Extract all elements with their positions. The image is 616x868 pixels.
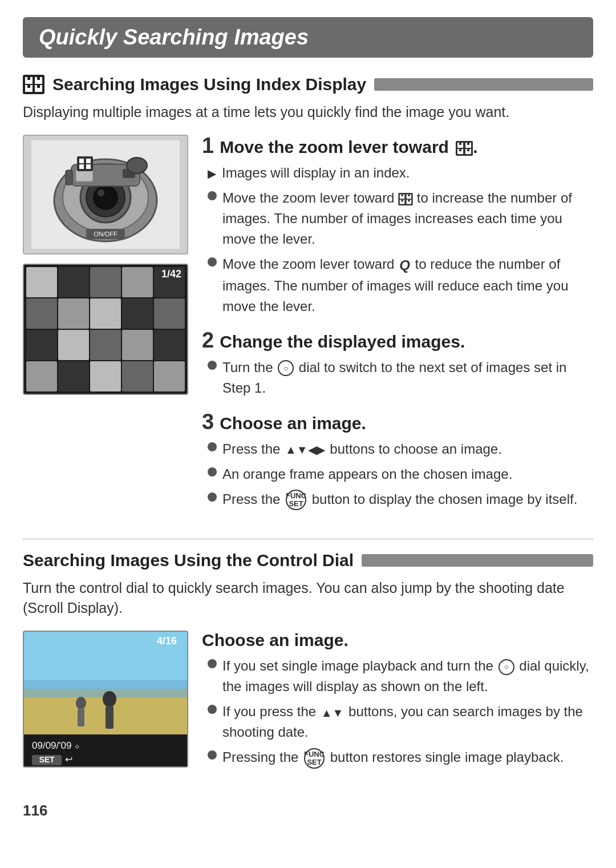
svg-rect-8 xyxy=(37,85,40,88)
svg-rect-45 xyxy=(408,200,410,201)
section2-title: Searching Images Using the Control Dial xyxy=(23,551,354,570)
control-dial-image-col: 4/16 09/09/'09 ⬦ SET ↩ xyxy=(23,631,188,781)
svg-text:ON/OFF: ON/OFF xyxy=(94,231,117,237)
svg-rect-51 xyxy=(106,706,114,729)
svg-rect-33 xyxy=(459,143,461,145)
circle-icon xyxy=(208,492,217,502)
bullet-item: If you set single image playback and tur… xyxy=(202,656,593,697)
section2-bar xyxy=(362,554,593,567)
svg-rect-25 xyxy=(86,159,91,163)
svg-rect-7 xyxy=(27,85,30,88)
index-cell xyxy=(90,298,121,329)
circle-icon xyxy=(208,467,217,477)
circle-icon xyxy=(208,750,217,760)
bullet-text: Press the ▲▼◀▶ buttons to choose an imag… xyxy=(222,439,502,459)
title-bar: Quickly Searching Images xyxy=(23,17,593,58)
page-number: 116 xyxy=(23,802,47,819)
circle-icon xyxy=(208,705,217,714)
section2-step1-bullets: If you set single image playback and tur… xyxy=(202,656,593,769)
section2-step1-header: Choose an image. xyxy=(202,631,593,650)
index-cell xyxy=(154,330,185,360)
index-cell xyxy=(90,267,121,297)
index-display-image: 1/42 xyxy=(23,264,188,395)
dpad-icon: ▲▼◀▶ xyxy=(285,441,325,458)
bullet-item: Move the zoom lever toward xyxy=(202,188,593,249)
step3-number: 3 xyxy=(202,411,214,433)
svg-point-50 xyxy=(103,691,116,707)
step1-index-icon xyxy=(456,141,473,156)
bullet-text: Turn the ○ dial to switch to the next se… xyxy=(222,357,593,398)
steps-layout: ON/OFF 1/42 xyxy=(23,135,593,523)
section2-step1-block: Choose an image. If you set single image… xyxy=(202,631,593,769)
step1-header: 1 Move the zoom lever toward xyxy=(202,135,593,157)
bullet-item: Turn the ○ dial to switch to the next se… xyxy=(202,357,593,398)
section2-intro: Turn the control dial to quickly search … xyxy=(23,578,593,618)
index-cell xyxy=(26,267,57,297)
index-cell xyxy=(58,298,89,329)
step1-block: 1 Move the zoom lever toward xyxy=(202,135,593,317)
index-cell xyxy=(90,361,121,391)
circle-icon xyxy=(208,361,217,370)
svg-rect-5 xyxy=(27,77,30,80)
svg-rect-24 xyxy=(79,159,84,163)
func-icon: FUNCSET xyxy=(304,748,325,769)
bullet-text: If you set single image playback and tur… xyxy=(222,656,593,697)
step3-title: Choose an image. xyxy=(220,414,366,433)
zoom-icon: Q xyxy=(399,255,410,276)
index-cell xyxy=(122,361,153,391)
svg-rect-36 xyxy=(467,149,469,151)
circle-icon xyxy=(208,257,217,267)
section2-header: Searching Images Using the Control Dial xyxy=(23,551,593,570)
scroll-display-image: 4/16 09/09/'09 ⬦ SET ↩ xyxy=(23,631,188,768)
circle-icon xyxy=(208,191,217,200)
svg-point-19 xyxy=(127,158,147,173)
index-grid xyxy=(24,265,187,394)
page-footer: 116 xyxy=(23,802,593,819)
svg-text:4/16: 4/16 xyxy=(157,635,177,647)
bullet-text: An orange frame appears on the chosen im… xyxy=(222,464,512,485)
index-cell xyxy=(58,267,89,297)
page-title: Quickly Searching Images xyxy=(39,25,577,50)
svg-text:09/09/'09 ⬦: 09/09/'09 ⬦ xyxy=(32,740,80,751)
index-cell xyxy=(26,298,57,329)
steps-image-col: ON/OFF 1/42 xyxy=(23,135,188,523)
bullet-item: If you press the ▲▼ buttons, you can sea… xyxy=(202,701,593,742)
bullet-text: Move the zoom lever toward Q to reduce t… xyxy=(222,254,593,317)
bullet-item: Pressing the FUNCSET button restores sin… xyxy=(202,747,593,769)
section2-step1-title: Choose an image. xyxy=(202,631,348,650)
dial-icon: ○ xyxy=(278,360,294,376)
beach-photo-svg: 4/16 09/09/'09 ⬦ SET ↩ xyxy=(24,632,187,766)
index-cell xyxy=(122,298,153,329)
index-cell xyxy=(58,330,89,360)
svg-point-15 xyxy=(98,189,104,196)
circle-icon xyxy=(208,442,217,451)
svg-rect-43 xyxy=(408,194,410,196)
svg-rect-44 xyxy=(402,200,403,201)
index-section-icon xyxy=(23,75,44,94)
step3-header: 3 Choose an image. xyxy=(202,411,593,433)
section-divider xyxy=(23,539,593,539)
section1-bar xyxy=(374,78,593,91)
index-cell xyxy=(122,330,153,360)
bullet-text: If you press the ▲▼ buttons, you can sea… xyxy=(222,701,593,742)
index-cell xyxy=(26,330,57,360)
svg-rect-22 xyxy=(66,170,72,185)
control-dial-content-col: Choose an image. If you set single image… xyxy=(202,631,593,781)
steps-content-col: 1 Move the zoom lever toward xyxy=(202,135,593,523)
bullet-item: Move the zoom lever toward Q to reduce t… xyxy=(202,254,593,317)
step1-number: 1 xyxy=(202,135,214,156)
svg-text:SET: SET xyxy=(39,755,55,764)
step2-number: 2 xyxy=(202,329,214,351)
index-cell xyxy=(90,330,121,360)
index-cell xyxy=(154,361,185,391)
step2-header: 2 Change the displayed images. xyxy=(202,329,593,352)
svg-rect-34 xyxy=(467,143,469,145)
index-cell xyxy=(122,267,153,297)
circle-icon xyxy=(208,659,217,668)
bullet-text: Pressing the FUNCSET button restores sin… xyxy=(222,747,564,769)
index-cell xyxy=(58,361,89,391)
control-dial-layout: 4/16 09/09/'09 ⬦ SET ↩ Choose an image. xyxy=(23,631,593,781)
svg-rect-6 xyxy=(37,77,40,80)
bullet-item: Press the FUNCSET button to display the … xyxy=(202,489,593,511)
scroll-img-content: 4/16 09/09/'09 ⬦ SET ↩ xyxy=(24,632,187,766)
